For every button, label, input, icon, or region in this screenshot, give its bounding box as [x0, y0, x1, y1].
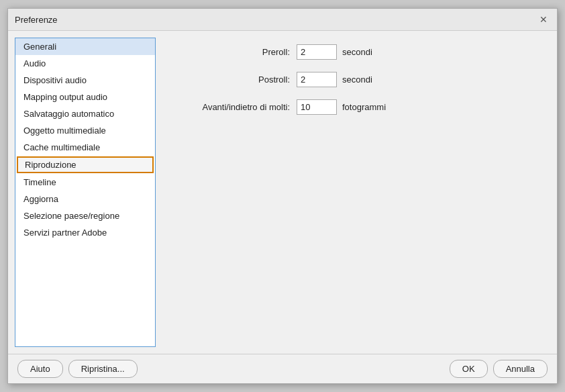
sidebar-item[interactable]: Mapping output audio [15, 89, 155, 105]
content-area: Preroll: secondi Postroll: secondi Avant… [162, 31, 557, 354]
postroll-row: Postroll: secondi [183, 72, 537, 87]
avanti-label: Avanti/indietro di molti: [183, 102, 297, 112]
postroll-input[interactable] [297, 72, 337, 87]
ripristina-button[interactable]: Ripristina... [68, 360, 138, 378]
aiuto-button[interactable]: Aiuto [17, 360, 63, 378]
avanti-unit: fotogrammi [342, 102, 386, 112]
preroll-input[interactable] [297, 44, 337, 60]
sidebar-item[interactable]: Aggiorna [15, 191, 155, 207]
sidebar-item[interactable]: Dispositivi audio [15, 72, 155, 89]
sidebar-item[interactable]: Servizi partner Adobe [15, 224, 155, 241]
avanti-row: Avanti/indietro di molti: fotogrammi [183, 99, 537, 115]
title-bar: Preferenze ✕ [8, 9, 557, 31]
preroll-row: Preroll: secondi [183, 44, 537, 60]
postroll-unit: secondi [342, 75, 372, 85]
preroll-label: Preroll: [183, 47, 297, 57]
dialog-title: Preferenze [15, 15, 58, 25]
postroll-label: Postroll: [183, 75, 297, 85]
close-button[interactable]: ✕ [537, 13, 550, 26]
sidebar-item[interactable]: Cache multimediale [15, 139, 155, 156]
dialog-body: GeneraliAudioDispositivi audioMapping ou… [8, 31, 557, 354]
sidebar-item[interactable]: Riproduzione [17, 156, 154, 173]
sidebar-item[interactable]: Timeline [15, 174, 155, 191]
sidebar-item[interactable]: Oggetto multimediale [15, 122, 155, 139]
avanti-input[interactable] [297, 99, 337, 115]
sidebar: GeneraliAudioDispositivi audioMapping ou… [15, 38, 156, 347]
dialog-footer: Aiuto Ripristina... OK Annulla [8, 354, 557, 383]
sidebar-item[interactable]: Salvataggio automatico [15, 105, 155, 122]
ok-button[interactable]: OK [450, 360, 488, 378]
annulla-button[interactable]: Annulla [493, 360, 548, 378]
sidebar-item[interactable]: Selezione paese/regione [15, 207, 155, 224]
sidebar-item[interactable]: Generali [15, 38, 155, 55]
preferences-dialog: Preferenze ✕ GeneraliAudioDispositivi au… [7, 8, 558, 384]
footer-right: OK Annulla [450, 360, 548, 378]
sidebar-item[interactable]: Audio [15, 55, 155, 72]
preroll-unit: secondi [342, 47, 372, 57]
footer-left: Aiuto Ripristina... [17, 360, 138, 378]
